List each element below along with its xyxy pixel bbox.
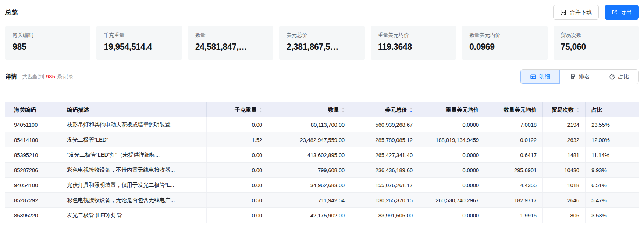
table-row: 85395210“发光二极管“LED”灯”（未提供详细标...0.00413,6… xyxy=(5,147,639,163)
column-header-usd[interactable]: 美元总价▲▼ xyxy=(351,102,419,117)
cell-kg: 1.52 xyxy=(207,132,268,147)
cell-code: 94054100 xyxy=(5,178,61,192)
cell-code: 85395220 xyxy=(5,208,61,223)
cell-kg: 0.00 xyxy=(207,178,268,192)
page: 总览 合并下载 xyxy=(0,0,644,232)
cell-kg: 0.00 xyxy=(207,163,268,177)
cell-usd: 155,076,261.17 xyxy=(351,178,419,192)
cell-share: 3.53% xyxy=(586,208,639,223)
column-header-label: 编码描述 xyxy=(67,106,89,113)
sort-asc-icon: ▲ xyxy=(341,107,345,110)
summary-card: 美元总价2,381,867,5… xyxy=(279,26,364,60)
column-header-qty[interactable]: 数量▲▼ xyxy=(268,102,351,117)
merge-download-label: 合并下载 xyxy=(570,9,592,16)
column-header-label: 重量美元均价 xyxy=(446,106,479,113)
merge-download-button[interactable]: 合并下载 xyxy=(553,5,599,20)
top-bar: 总览 合并下载 xyxy=(5,0,639,20)
cell-usd_per_qty: 7.0018 xyxy=(485,117,543,132)
sort-carets: ▲▼ xyxy=(259,107,262,113)
cell-code: 85414100 xyxy=(5,132,61,147)
cell-qty: 711,942.54 xyxy=(268,193,351,207)
column-header-usd_per_qty: 数量美元均价 xyxy=(485,102,543,117)
sort-desc-icon: ▼ xyxy=(409,110,413,113)
summary-card-value: 119.3648 xyxy=(378,42,449,52)
table-row: 85287206彩色电视接收设备，不带内置无线电接收器...0.00799,60… xyxy=(5,163,639,178)
cell-usd_per_qty: 295.6901 xyxy=(485,163,543,177)
tab-ranking-label: 排名 xyxy=(579,73,590,80)
column-header-trades[interactable]: 贸易次数▲▼ xyxy=(543,102,586,117)
cell-share: 23.55% xyxy=(586,117,639,132)
cell-share: 6.51% xyxy=(586,178,639,192)
summary-card-label: 美元总价 xyxy=(287,32,357,39)
cell-usd_per_kg: 0.0000 xyxy=(419,147,485,162)
summary-card: 重量美元均价119.3648 xyxy=(371,26,456,60)
cell-trades: 1481 xyxy=(543,147,586,162)
tab-proportion[interactable]: 占比 xyxy=(599,70,638,84)
cell-usd_per_qty: 1.9915 xyxy=(485,208,543,223)
column-header-label: 占比 xyxy=(591,106,602,113)
export-label: 导出 xyxy=(621,9,632,16)
cell-kg: 0.00 xyxy=(207,147,268,162)
tab-ranking[interactable]: 排名 xyxy=(560,70,599,84)
cell-usd_per_kg: 188,019,134.9459 xyxy=(419,132,485,147)
sort-asc-icon: ▲ xyxy=(259,107,263,110)
cell-trades: 806 xyxy=(543,208,586,223)
column-header-label: 贸易次数 xyxy=(552,106,574,113)
table-row: 85395220发光二极管 (LED) 灯管0.0042,175,902.008… xyxy=(5,208,639,223)
export-icon xyxy=(612,9,618,15)
summary-card-value: 19,954,514.4 xyxy=(104,42,174,52)
column-header-kg[interactable]: 千克重量▲▼ xyxy=(207,102,268,117)
cell-usd_per_kg: 0.0000 xyxy=(419,178,485,192)
sort-desc-icon: ▼ xyxy=(341,110,345,113)
table-row: 94051100枝形吊灯和其他电动天花板或墙壁照明装置...0.0080,113… xyxy=(5,117,639,132)
column-header-desc: 编码描述 xyxy=(61,102,207,117)
cell-usd_per_kg: 0.0000 xyxy=(419,163,485,177)
column-header-label: 千克重量 xyxy=(235,106,257,113)
sort-carets: ▲▼ xyxy=(342,107,345,113)
cell-desc: 彩色电视接收设备，不带内置无线电接收器... xyxy=(61,163,207,177)
cell-usd: 83,991,605.00 xyxy=(351,208,419,223)
cell-kg: 0.00 xyxy=(207,208,268,223)
sort-carets: ▲▼ xyxy=(410,107,413,113)
table-row: 94054100光伏灯具和照明装置，仅用于发光二极管“L...0.0034,96… xyxy=(5,178,639,193)
column-header-share: 占比 xyxy=(586,102,639,117)
cell-trades: 2194 xyxy=(543,117,586,132)
cell-share: 11.14% xyxy=(586,147,639,162)
page-title: 总览 xyxy=(5,8,18,17)
cell-usd: 236,436,189.60 xyxy=(351,163,419,177)
summary-card: 数量美元均价0.0969 xyxy=(462,26,547,60)
summary-card-label: 海关编码 xyxy=(13,32,83,39)
cell-usd: 285,789,085.12 xyxy=(351,132,419,147)
cell-usd_per_kg: 0.0000 xyxy=(419,117,485,132)
summary-card-label: 数量 xyxy=(195,32,266,39)
cell-qty: 413,602,895.00 xyxy=(268,147,351,162)
cell-code: 94051100 xyxy=(5,117,61,132)
column-header-code: 海关编码 xyxy=(5,102,61,117)
summary-card-label: 千克重量 xyxy=(104,32,174,39)
summary-cards: 海关编码985千克重量19,954,514.4数量24,581,847,…美元总… xyxy=(5,26,639,60)
match-count: 985 xyxy=(46,73,55,80)
cell-desc: 发光二极管“LED” xyxy=(61,132,207,147)
cell-qty: 42,175,902.00 xyxy=(268,208,351,223)
sort-asc-icon: ▲ xyxy=(409,107,413,110)
summary-card-value: 0.0969 xyxy=(469,42,540,52)
table-row: 85287292彩色电视接收设备，无论是否包含无线电广...0.50711,94… xyxy=(5,193,639,208)
table-row-partial xyxy=(5,223,639,232)
export-button[interactable]: 导出 xyxy=(605,5,639,20)
cell-usd: 265,427,341.40 xyxy=(351,147,419,162)
summary-card-label: 数量美元均价 xyxy=(469,32,540,39)
tab-detail[interactable]: 明细 xyxy=(520,70,560,84)
cell-share: 9.93% xyxy=(586,163,639,177)
table-body: 94051100枝形吊灯和其他电动天花板或墙壁照明装置...0.0080,113… xyxy=(5,117,639,232)
column-header-label: 海关编码 xyxy=(14,106,36,113)
cell-usd_per_qty: 182.9717 xyxy=(485,193,543,207)
column-header-usd_per_kg: 重量美元均价 xyxy=(419,102,485,117)
summary-card-value: 2,381,867,5… xyxy=(287,42,357,52)
cell-kg: 0.50 xyxy=(207,193,268,207)
summary-card: 贸易次数75,060 xyxy=(554,26,639,60)
cell-usd_per_kg: 0.0000 xyxy=(419,208,485,223)
cell-code: 85287292 xyxy=(5,193,61,207)
summary-card-label: 重量美元均价 xyxy=(378,32,449,39)
cell-desc: 光伏灯具和照明装置，仅用于发光二极管“L... xyxy=(61,178,207,192)
cell-trades: 2646 xyxy=(543,193,586,207)
